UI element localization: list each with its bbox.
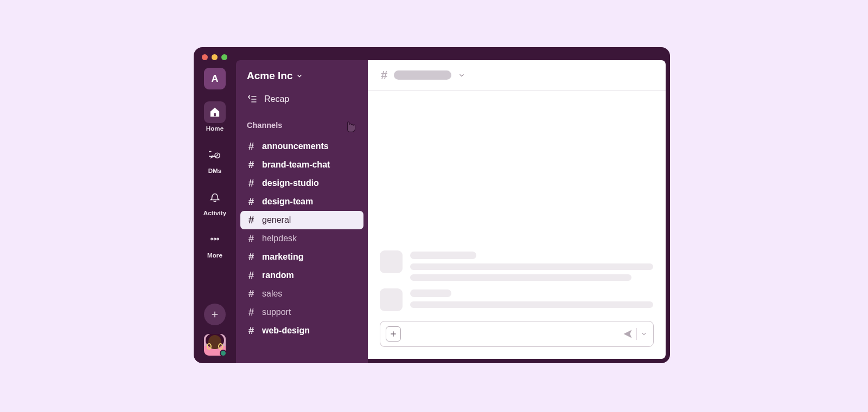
more-icon (209, 233, 221, 245)
hash-icon: # (247, 177, 256, 189)
chevron-down-icon (296, 72, 303, 80)
hash-icon: # (247, 159, 256, 171)
home-icon (209, 106, 221, 118)
chevron-down-icon (458, 72, 465, 79)
cursor-pointer-icon (342, 118, 357, 133)
channel-label: brand-team-chat (262, 160, 330, 170)
channel-general[interactable]: #general (240, 211, 363, 229)
channel-label: support (262, 307, 291, 317)
svg-point-2 (211, 238, 213, 240)
send-icon[interactable] (622, 329, 633, 339)
hash-icon: # (381, 68, 387, 82)
conversation-pane: # (368, 60, 666, 359)
channel-header[interactable]: # (368, 60, 666, 91)
workspace-menu[interactable]: Acme Inc (236, 67, 368, 89)
composer-attach-button[interactable] (386, 326, 401, 342)
channels-section-header[interactable]: Channels (236, 112, 368, 136)
channel-label: announcements (262, 141, 329, 151)
channel-label: sales (262, 289, 282, 299)
channel-helpdesk[interactable]: #helpdesk (240, 229, 363, 248)
avatar-placeholder (380, 288, 403, 311)
message-placeholder (380, 250, 654, 281)
channel-marketing[interactable]: #marketing (240, 248, 363, 266)
hash-icon: # (247, 196, 256, 208)
hash-icon: # (247, 288, 256, 300)
nav-home-label: Home (206, 125, 224, 132)
hash-icon: # (247, 251, 256, 263)
nav-more[interactable]: More (194, 228, 236, 259)
window-titlebar (194, 47, 670, 60)
channel-random[interactable]: #random (240, 266, 363, 285)
channel-announcements[interactable]: #announcements (240, 137, 363, 156)
channel-label: marketing (262, 252, 303, 262)
hash-icon: # (247, 306, 256, 318)
channel-web-design[interactable]: #web-design (240, 321, 363, 340)
create-new-button[interactable] (204, 304, 226, 325)
channels-header-label: Channels (247, 121, 282, 130)
hash-icon: # (247, 140, 256, 152)
recap-link[interactable]: Recap (236, 89, 368, 112)
channel-sidebar: Acme Inc Recap Channels #announcements#b… (236, 60, 368, 363)
window-minimize-button[interactable] (212, 54, 218, 60)
channel-label: design-studio (262, 178, 319, 188)
nav-dms[interactable]: DMs (194, 144, 236, 174)
nav-home[interactable]: Home (194, 101, 236, 132)
dms-icon (209, 149, 221, 160)
channel-brand-team-chat[interactable]: #brand-team-chat (240, 156, 363, 174)
svg-point-4 (217, 238, 219, 240)
message-composer[interactable] (380, 321, 654, 347)
window-close-button[interactable] (202, 54, 208, 60)
bell-icon (209, 191, 221, 203)
hash-icon: # (247, 214, 256, 226)
nav-activity[interactable]: Activity (194, 186, 236, 216)
message-placeholder (380, 288, 654, 311)
channel-label: general (262, 215, 291, 225)
user-avatar[interactable] (204, 334, 226, 356)
recap-icon (247, 94, 258, 105)
channel-support[interactable]: #support (240, 303, 363, 321)
hash-icon: # (247, 269, 256, 281)
nav-activity-label: Activity (203, 210, 226, 216)
channel-title-placeholder (394, 70, 451, 80)
svg-rect-0 (214, 113, 216, 117)
window-zoom-button[interactable] (221, 54, 227, 60)
avatar-placeholder (380, 250, 403, 273)
presence-indicator (220, 350, 227, 357)
chevron-down-icon[interactable] (640, 330, 648, 338)
svg-point-3 (214, 238, 215, 240)
channel-label: design-team (262, 197, 313, 207)
hash-icon: # (247, 233, 256, 244)
channel-label: helpdesk (262, 234, 297, 243)
workspace-name: Acme Inc (247, 70, 292, 82)
plus-icon (210, 310, 220, 319)
channel-label: web-design (262, 326, 310, 336)
message-list (368, 91, 666, 318)
slack-window: A Home DMs Activity (194, 47, 670, 363)
channel-design-team[interactable]: #design-team (240, 192, 363, 211)
recap-label: Recap (264, 94, 289, 104)
workspace-switcher[interactable]: A (204, 68, 226, 89)
channel-list: #announcements#brand-team-chat#design-st… (236, 136, 368, 340)
nav-dms-label: DMs (208, 168, 222, 174)
channel-design-studio[interactable]: #design-studio (240, 174, 363, 192)
plus-icon (389, 330, 398, 338)
channel-label: random (262, 271, 294, 280)
channel-sales[interactable]: #sales (240, 285, 363, 303)
nav-more-label: More (207, 252, 222, 259)
nav-rail: A Home DMs Activity (194, 60, 236, 363)
hash-icon: # (247, 325, 256, 337)
